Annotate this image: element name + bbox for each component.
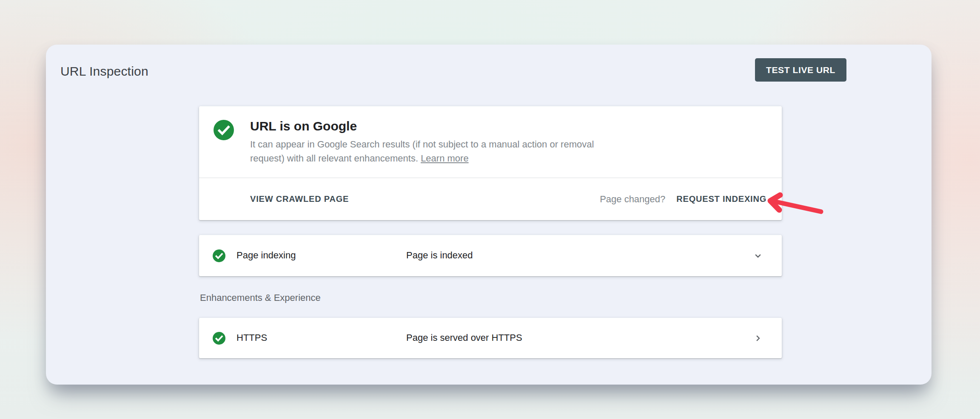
url-inspection-panel: URL Inspection TEST LIVE URL URL is on G… bbox=[46, 45, 932, 385]
page-indexing-status: Page is indexed bbox=[406, 250, 473, 261]
page-indexing-label: Page indexing bbox=[236, 250, 296, 261]
request-indexing-button[interactable]: REQUEST INDEXING bbox=[676, 194, 766, 204]
success-check-icon bbox=[214, 120, 234, 140]
page-changed-label: Page changed? bbox=[600, 194, 665, 205]
verdict-title: URL is on Google bbox=[250, 119, 357, 133]
verdict-action-bar: VIEW CRAWLED PAGE Page changed? REQUEST … bbox=[199, 178, 782, 220]
url-inspection-screen: URL Inspection TEST LIVE URL URL is on G… bbox=[0, 0, 980, 419]
chevron-right-icon[interactable] bbox=[752, 332, 764, 344]
verdict-card: URL is on Google It can appear in Google… bbox=[199, 106, 782, 220]
verdict-description: It can appear in Google Search results (… bbox=[250, 137, 594, 165]
enhancements-section-label: Enhancements & Experience bbox=[200, 292, 321, 303]
verdict-description-line2: request) with all relevant enhancements. bbox=[250, 153, 418, 164]
test-live-url-button[interactable]: TEST LIVE URL bbox=[755, 58, 846, 82]
view-crawled-page-button[interactable]: VIEW CRAWLED PAGE bbox=[250, 194, 349, 204]
chevron-down-icon[interactable] bbox=[752, 250, 764, 262]
success-check-icon bbox=[213, 249, 225, 262]
request-indexing-group: Page changed? REQUEST INDEXING bbox=[600, 194, 766, 205]
page-indexing-card[interactable]: Page indexing Page is indexed bbox=[199, 235, 782, 276]
https-label: HTTPS bbox=[236, 332, 267, 343]
success-check-icon bbox=[213, 332, 225, 345]
https-status: Page is served over HTTPS bbox=[406, 332, 522, 343]
https-card[interactable]: HTTPS Page is served over HTTPS bbox=[199, 318, 782, 358]
page-title: URL Inspection bbox=[60, 64, 148, 79]
verdict-description-line1: It can appear in Google Search results (… bbox=[250, 139, 594, 150]
learn-more-link[interactable]: Learn more bbox=[421, 153, 469, 164]
